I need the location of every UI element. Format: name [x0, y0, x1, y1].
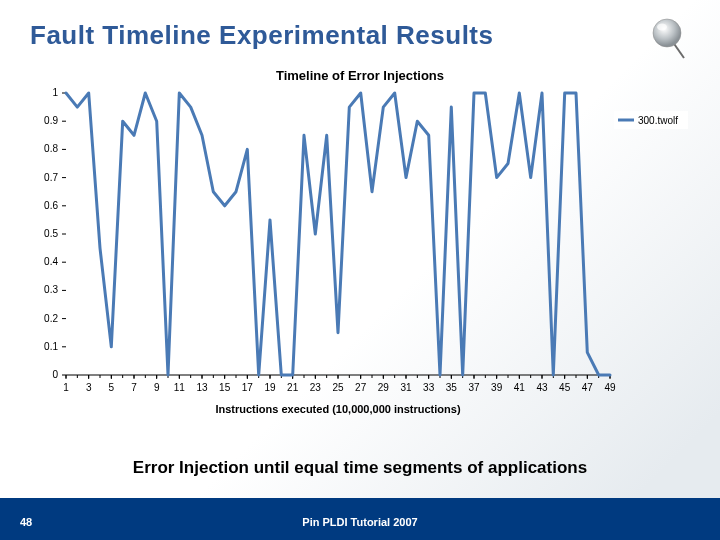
- svg-text:47: 47: [582, 382, 594, 393]
- svg-text:0.3: 0.3: [44, 284, 58, 295]
- footer-bar: 48 Pin PLDI Tutorial 2007: [0, 498, 720, 540]
- svg-text:0.9: 0.9: [44, 115, 58, 126]
- chart-container: Timeline of Error Injections 00.10.20.30…: [22, 60, 698, 440]
- svg-text:27: 27: [355, 382, 367, 393]
- svg-text:39: 39: [491, 382, 503, 393]
- svg-text:37: 37: [468, 382, 480, 393]
- svg-text:Instructions executed (10,000,: Instructions executed (10,000,000 instru…: [215, 403, 460, 415]
- svg-text:300.twolf: 300.twolf: [638, 115, 678, 126]
- svg-text:0.4: 0.4: [44, 256, 58, 267]
- line-chart: 00.10.20.30.40.50.60.70.80.9113579111315…: [30, 83, 690, 423]
- svg-text:0.6: 0.6: [44, 200, 58, 211]
- svg-text:19: 19: [264, 382, 276, 393]
- svg-text:35: 35: [446, 382, 458, 393]
- slide-caption: Error Injection until equal time segment…: [0, 458, 720, 478]
- svg-text:13: 13: [196, 382, 208, 393]
- svg-text:17: 17: [242, 382, 254, 393]
- chart-title: Timeline of Error Injections: [22, 68, 698, 83]
- svg-text:31: 31: [400, 382, 412, 393]
- svg-text:49: 49: [604, 382, 616, 393]
- svg-text:33: 33: [423, 382, 435, 393]
- svg-text:41: 41: [514, 382, 526, 393]
- svg-text:0.7: 0.7: [44, 172, 58, 183]
- svg-text:1: 1: [63, 382, 69, 393]
- slide: Fault Timeline Experimental Results Time…: [0, 0, 720, 540]
- svg-text:9: 9: [154, 382, 160, 393]
- svg-text:43: 43: [536, 382, 548, 393]
- svg-text:3: 3: [86, 382, 92, 393]
- svg-point-1: [653, 19, 681, 47]
- footer-text: Pin PLDI Tutorial 2007: [0, 516, 720, 528]
- svg-text:5: 5: [109, 382, 115, 393]
- svg-text:0.5: 0.5: [44, 228, 58, 239]
- svg-text:45: 45: [559, 382, 571, 393]
- svg-text:11: 11: [174, 382, 186, 393]
- svg-text:15: 15: [219, 382, 231, 393]
- svg-text:0.1: 0.1: [44, 341, 58, 352]
- svg-text:25: 25: [332, 382, 344, 393]
- svg-text:21: 21: [287, 382, 299, 393]
- pushpin-icon: [640, 8, 700, 68]
- svg-text:1: 1: [52, 87, 58, 98]
- svg-text:7: 7: [131, 382, 137, 393]
- svg-point-2: [657, 24, 667, 31]
- svg-text:0: 0: [52, 369, 58, 380]
- svg-text:0.8: 0.8: [44, 143, 58, 154]
- svg-text:29: 29: [378, 382, 390, 393]
- svg-text:23: 23: [310, 382, 322, 393]
- slide-title: Fault Timeline Experimental Results: [30, 20, 494, 51]
- svg-text:0.2: 0.2: [44, 313, 58, 324]
